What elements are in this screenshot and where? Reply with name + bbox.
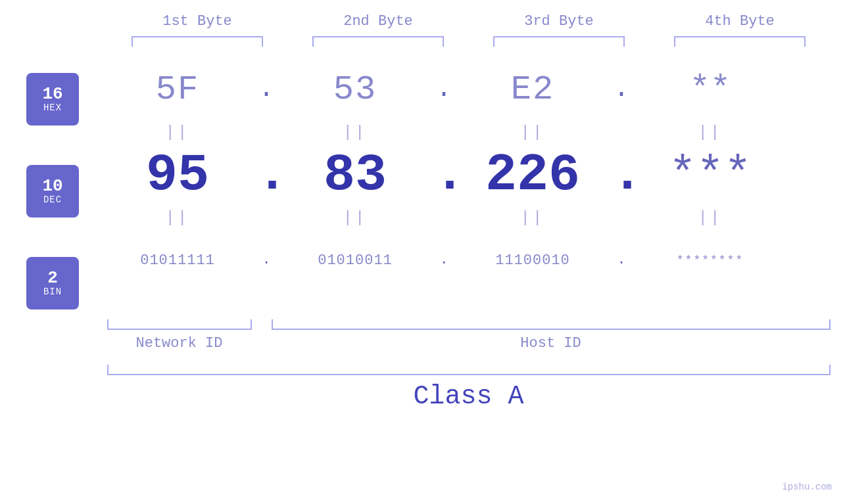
bin-badge-number: 2 <box>47 269 58 286</box>
data-grid: 5F . 53 . E2 . ** || || <box>99 60 845 290</box>
hex-badge-label: HEX <box>43 103 62 113</box>
bin-dot2: . <box>434 253 454 267</box>
eq1-b3: || <box>454 124 612 141</box>
dec-dot2: . <box>434 149 454 201</box>
eq1-b2: || <box>276 124 434 141</box>
eq1-b4: || <box>631 124 789 141</box>
equals-row-1: || || || || <box>99 119 845 145</box>
hex-badge-number: 16 <box>42 85 62 103</box>
dec-dot3: . <box>612 149 631 201</box>
bin-row: 01011111 . 01010011 . 11100010 . *******… <box>99 231 845 290</box>
hex-row: 5F . 53 . E2 . ** <box>99 60 845 119</box>
bin-byte1: 01011111 <box>99 252 256 269</box>
bottom-section: Network ID Host ID <box>107 319 831 352</box>
bottom-labels-row: Network ID Host ID <box>107 335 831 352</box>
bin-byte4: ******** <box>631 254 789 267</box>
dec-badge-label: DEC <box>43 195 62 205</box>
eq1-b1: || <box>99 124 256 141</box>
bin-byte3: 11100010 <box>454 252 612 269</box>
bracket-byte1 <box>132 36 263 47</box>
top-brackets <box>107 36 831 47</box>
bracket-byte4 <box>674 36 806 47</box>
bracket-host <box>272 319 831 330</box>
hex-dot1: . <box>256 76 276 103</box>
hex-byte2: 53 <box>276 70 434 109</box>
long-bracket <box>107 365 831 375</box>
byte1-label: 1st Byte <box>118 13 276 30</box>
dec-byte3: 226 <box>454 145 612 205</box>
bottom-brackets-row <box>107 319 831 330</box>
eq2-b2: || <box>276 209 434 227</box>
bin-badge-label: BIN <box>43 286 62 297</box>
byte-headers-row: 1st Byte 2nd Byte 3rd Byte 4th Byte <box>107 13 831 30</box>
eq2-b4: || <box>631 209 789 227</box>
host-id-label: Host ID <box>272 335 831 352</box>
dec-byte4: *** <box>631 149 789 201</box>
hex-byte3: E2 <box>454 70 612 109</box>
hex-dot3: . <box>612 76 631 103</box>
bin-dot3: . <box>612 253 631 267</box>
eq2-b3: || <box>454 209 612 227</box>
equals-row-2: || || || || <box>99 204 845 231</box>
dec-badge-number: 10 <box>42 177 62 195</box>
byte4-label: 4th Byte <box>661 13 819 30</box>
long-bracket-row: Class A <box>107 365 831 411</box>
bracket-byte3 <box>493 36 625 47</box>
hex-dot2: . <box>434 76 454 103</box>
bracket-network <box>107 319 252 330</box>
main-data-area: 16 HEX 10 DEC 2 BIN 5F . 53 <box>0 60 845 309</box>
eq2-b1: || <box>99 209 256 227</box>
hex-byte4: ** <box>631 70 789 109</box>
network-id-label: Network ID <box>107 335 252 352</box>
dec-badge: 10 DEC <box>26 165 79 218</box>
dec-byte1: 95 <box>99 145 256 205</box>
watermark: ipshu.com <box>782 482 832 492</box>
class-label: Class A <box>107 382 831 411</box>
bracket-byte2 <box>312 36 444 47</box>
dec-dot1: . <box>256 149 276 201</box>
hex-byte1: 5F <box>99 70 256 109</box>
hex-badge: 16 HEX <box>26 73 79 126</box>
bin-byte2: 01010011 <box>276 252 434 269</box>
byte2-label: 2nd Byte <box>299 13 457 30</box>
badges-column: 16 HEX 10 DEC 2 BIN <box>26 73 79 309</box>
main-container: 1st Byte 2nd Byte 3rd Byte 4th Byte 16 H… <box>0 0 845 504</box>
byte3-label: 3rd Byte <box>480 13 638 30</box>
dec-byte2: 83 <box>276 145 434 205</box>
dec-row: 95 . 83 . 226 . *** <box>99 145 845 204</box>
bin-dot1: . <box>256 253 276 267</box>
bin-badge: 2 BIN <box>26 257 79 309</box>
